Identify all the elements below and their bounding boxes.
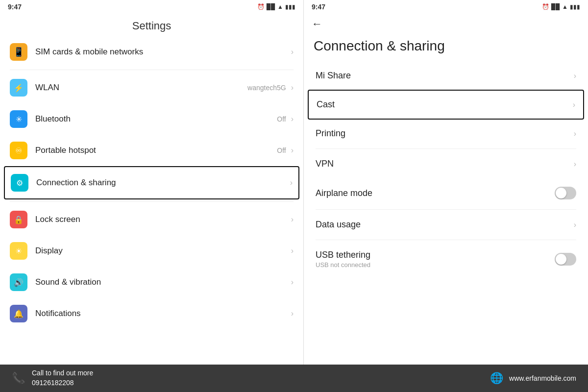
right-sep1 [316, 148, 576, 149]
mi-share-label: Mi Share [316, 71, 572, 81]
right-item-cast[interactable]: Cast › [308, 90, 584, 120]
bluetooth-chevron: › [291, 115, 294, 123]
right-item-mi-share[interactable]: Mi Share › [308, 62, 584, 90]
settings-item-sim-cards[interactable]: 📱 SIM cards & mobile networks › [4, 36, 299, 68]
right-title: Connection & sharing [304, 34, 588, 62]
data-usage-chevron: › [574, 220, 576, 229]
right-signal-icon: ▉▉ [551, 3, 560, 10]
footer-contact: 📞 Call to find out more 09126182208 [12, 368, 93, 388]
sim-chevron: › [291, 48, 294, 56]
sound-chevron: › [291, 278, 294, 287]
right-list: Mi Share › Cast › Printing › [304, 62, 588, 365]
settings-list: 📱 SIM cards & mobile networks › ⚡ WLAN w… [0, 36, 303, 365]
settings-item-lock-screen[interactable]: 🔒 Lock screen › [4, 204, 299, 235]
right-alarm-icon: ⏰ [542, 3, 549, 10]
usb-tethering-sublabel: USB not connected [316, 261, 555, 269]
right-item-data-usage[interactable]: Data usage › [308, 211, 584, 239]
sim-label: SIM cards & mobile networks [35, 47, 289, 57]
signal-icon: ▉▉ [267, 3, 275, 10]
globe-icon: 🌐 [490, 372, 503, 385]
cast-label: Cast [317, 99, 571, 110]
lock-label: Lock screen [35, 215, 289, 224]
phone-number: 09126182208 [32, 378, 93, 388]
website-url: www.erfanmobile.com [509, 374, 576, 382]
lock-chevron: › [291, 215, 294, 224]
wifi-icon: ▲ [277, 3, 283, 10]
sep1 [10, 70, 294, 70]
display-label: Display [35, 246, 289, 256]
main-content: 9:47 ⏰ ▉▉ ▲ ▮▮▮ Settings 📱 SIM cards & m… [0, 0, 588, 365]
right-status-icons: ⏰ ▉▉ ▲ ▮▮▮ [542, 3, 580, 10]
call-label: Call to find out more [32, 368, 93, 378]
printing-label: Printing [316, 128, 572, 139]
notifications-chevron: › [291, 309, 294, 318]
right-battery-icon: ▮▮▮ [570, 3, 580, 10]
lock-icon: 🔒 [10, 211, 27, 228]
left-panel: 9:47 ⏰ ▉▉ ▲ ▮▮▮ Settings 📱 SIM cards & m… [0, 0, 304, 365]
footer-website: 🌐 www.erfanmobile.com [490, 372, 576, 385]
settings-item-wlan[interactable]: ⚡ WLAN wangtech5G › [4, 72, 299, 103]
phone-icon: 📞 [12, 372, 25, 385]
wlan-chevron: › [291, 83, 294, 92]
airplane-mode-toggle[interactable] [555, 187, 576, 199]
alarm-icon: ⏰ [257, 3, 265, 10]
wlan-icon: ⚡ [10, 79, 27, 97]
connection-icon: ⚙ [11, 174, 28, 192]
display-chevron: › [291, 246, 294, 255]
settings-item-bluetooth[interactable]: ✳ Bluetooth Off › [4, 103, 299, 135]
hotspot-chevron: › [291, 146, 294, 155]
left-status-bar: 9:47 ⏰ ▉▉ ▲ ▮▮▮ [0, 0, 303, 14]
data-usage-label: Data usage [316, 220, 572, 230]
settings-item-display[interactable]: ☀ Display › [4, 235, 299, 267]
battery-icon: ▮▮▮ [285, 3, 295, 10]
bluetooth-icon: ✳ [10, 110, 27, 128]
mi-share-chevron: › [574, 72, 576, 80]
hotspot-value: Off [277, 147, 286, 154]
display-icon: ☀ [10, 242, 27, 260]
right-item-printing[interactable]: Printing › [308, 120, 584, 147]
connection-label: Connection & sharing [36, 178, 288, 188]
usb-tethering-toggle[interactable] [555, 253, 576, 266]
bluetooth-value: Off [277, 115, 286, 123]
right-item-usb-tethering[interactable]: USB tethering USB not connected [308, 241, 584, 277]
left-time: 9:47 [8, 3, 22, 11]
wlan-label: WLAN [35, 83, 247, 93]
settings-title: Settings [0, 14, 303, 36]
sound-icon: 🔊 [10, 273, 27, 291]
sound-label: Sound & vibration [35, 277, 289, 287]
settings-item-connection-sharing[interactable]: ⚙ Connection & sharing › [4, 166, 299, 199]
usb-tethering-label: USB tethering [316, 250, 555, 260]
notifications-icon: 🔔 [10, 305, 27, 322]
right-wifi-icon: ▲ [562, 3, 568, 10]
footer-text: Call to find out more 09126182208 [32, 368, 93, 388]
left-status-icons: ⏰ ▉▉ ▲ ▮▮▮ [257, 3, 295, 10]
right-sep3 [316, 240, 576, 240]
vpn-chevron: › [574, 160, 576, 169]
right-panel: 9:47 ⏰ ▉▉ ▲ ▮▮▮ ← Connection & sharing M… [304, 0, 588, 365]
settings-item-notifications[interactable]: 🔔 Notifications › [4, 298, 299, 329]
connection-chevron: › [290, 178, 293, 187]
right-item-vpn[interactable]: VPN › [308, 150, 584, 178]
settings-item-sound[interactable]: 🔊 Sound & vibration › [4, 267, 299, 298]
right-sep2 [316, 209, 576, 210]
vpn-label: VPN [316, 159, 572, 169]
sep2 [10, 201, 294, 202]
sim-icon: 📱 [10, 43, 27, 61]
wlan-value: wangtech5G [247, 84, 286, 92]
airplane-mode-label: Airplane mode [316, 188, 555, 198]
back-button[interactable]: ← [304, 14, 588, 34]
right-item-airplane-mode[interactable]: Airplane mode [308, 178, 584, 208]
right-time: 9:47 [312, 3, 325, 11]
footer: 📞 Call to find out more 09126182208 🌐 ww… [0, 365, 588, 392]
hotspot-icon: ♾ [10, 142, 27, 159]
hotspot-label: Portable hotspot [35, 146, 277, 155]
printing-chevron: › [574, 129, 576, 138]
right-status-bar: 9:47 ⏰ ▉▉ ▲ ▮▮▮ [304, 0, 588, 14]
cast-chevron: › [573, 100, 575, 109]
bluetooth-label: Bluetooth [35, 114, 277, 124]
notifications-label: Notifications [35, 309, 289, 318]
settings-item-hotspot[interactable]: ♾ Portable hotspot Off › [4, 135, 299, 166]
